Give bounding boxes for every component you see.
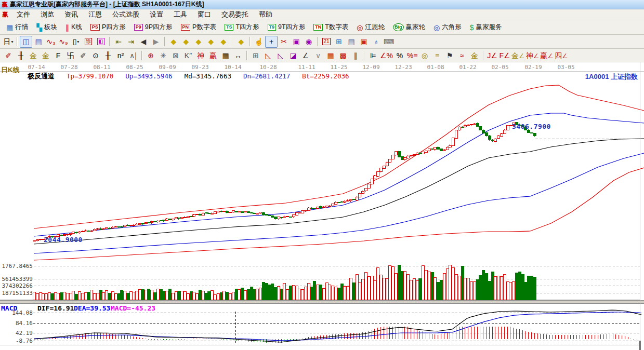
width-measure-tool[interactable]: ↔ [232, 49, 244, 61]
cycle-ruler-tool[interactable]: 卐 [64, 49, 77, 61]
9t-square-button[interactable]: T99T四方形 [264, 21, 310, 33]
prev-period-button[interactable]: ◀ [137, 36, 150, 48]
gold-circle-tool[interactable]: ◎ [418, 49, 431, 61]
gann-knot-button[interactable]: ◉ [303, 36, 315, 48]
flag-pen-tool[interactable]: ⚑ [443, 49, 456, 61]
t-number-table-button[interactable]: TNT数字表 [309, 21, 352, 33]
winner-wheel-button[interactable]: Big赢家轮 [389, 21, 429, 33]
fan-lines-red-tool[interactable]: ◺ [262, 49, 274, 61]
9p-square-button[interactable]: P99P四方形 [130, 21, 177, 33]
winner-service-button[interactable]: $赢家服务 [466, 21, 506, 33]
star-web-tool[interactable]: ✳ [157, 49, 169, 61]
compass-circle-tool[interactable]: ⊕ [144, 49, 157, 61]
menu-help[interactable]: 帮助 [254, 9, 278, 20]
gold-angle-tool[interactable]: 金∠ [511, 49, 525, 61]
price-scale-tool[interactable]: ⊫ [367, 49, 379, 61]
menu-browse[interactable]: 浏览 [35, 9, 59, 20]
menu-formula-stock-picking[interactable]: 公式选股 [107, 9, 144, 20]
next-period-button[interactable]: ▶ [150, 36, 162, 48]
remote-pc-button[interactable]: ⌨ [383, 36, 395, 48]
bar-ruler-tool[interactable]: ╫ [102, 49, 114, 61]
menu-window[interactable]: 窗口 [192, 9, 216, 20]
pane-splitter[interactable] [0, 300, 644, 304]
circle-ruler-tool[interactable]: ⊙ [89, 49, 102, 61]
draw-knife-tool[interactable]: ✐ [2, 49, 15, 61]
knife-2-tool[interactable]: ✐ [77, 49, 89, 61]
zoom-out-button[interactable]: ◆ [217, 36, 230, 48]
zoom-left-button[interactable]: ◆ [167, 36, 180, 48]
last-page-button[interactable]: ⇥ [125, 36, 137, 48]
menu-file[interactable]: 文件 [11, 9, 35, 20]
ex-rights-button[interactable]: 除 [82, 36, 95, 48]
angle-lines-tool[interactable]: ∠ [299, 49, 312, 61]
wave-channel-tool[interactable]: ≈ [456, 49, 468, 61]
gold-ratio-ruler-2[interactable]: 金 [40, 49, 52, 61]
first-page-button[interactable]: ⇤ [112, 36, 125, 48]
save-button[interactable]: ▣ [358, 36, 370, 48]
n2-ruler-tool[interactable]: n² [114, 49, 127, 61]
menu-settings[interactable]: 设置 [144, 9, 168, 20]
volume-profile-button[interactable]: ◧ [95, 36, 107, 48]
period-selector[interactable]: 日▾ [2, 36, 15, 48]
f-angle-tool[interactable]: F∠ [498, 49, 511, 61]
crosshair-button[interactable]: + [265, 36, 278, 48]
notes-button[interactable]: ▤ [345, 36, 358, 48]
indicator-name[interactable]: 极反通道 [28, 72, 55, 80]
time-ruler-tool[interactable]: ╫ [15, 49, 27, 61]
delete-drawing-button[interactable]: ✂ [278, 36, 290, 48]
grid-red-tool[interactable]: ▦ [324, 49, 337, 61]
gann-box-button[interactable]: ▣ [290, 36, 303, 48]
grid-chart-tool[interactable]: ▩ [337, 49, 349, 61]
angle-mirror-tool[interactable]: ∧| [127, 49, 139, 61]
gold-levels-tool[interactable]: ≡ [431, 49, 443, 61]
k-convert-tool[interactable]: K″ [182, 49, 194, 61]
p-square-button[interactable]: PSP四方形 [86, 21, 130, 33]
menu-gann[interactable]: 江恩 [83, 9, 107, 20]
f-ruler-tool[interactable]: F [52, 49, 64, 61]
hexagon-button[interactable]: ◎六角形 [429, 21, 466, 33]
j-angle-tool[interactable]: J∠ [486, 49, 498, 61]
parallel-lines-tool[interactable]: ∥ [349, 49, 362, 61]
menu-tools[interactable]: 工具 [168, 9, 192, 20]
gann-percent-tool[interactable]: ∠% [379, 49, 393, 61]
shen-angle-tool[interactable]: 神∠ [525, 49, 540, 61]
calculator-button[interactable]: ⊞ [333, 36, 345, 48]
time-ruler-tool-icon: ╫ [18, 52, 23, 59]
drag-hand-button[interactable]: ☝ [253, 36, 265, 48]
quote-sheet-button[interactable]: ▤ [32, 36, 45, 48]
kline-button[interactable]: ∥K线 [61, 21, 86, 33]
share-network-button[interactable]: ♁ [370, 36, 383, 48]
ying-tool[interactable]: 赢 [207, 49, 219, 61]
gold-ratio-ruler-1[interactable]: 金 [27, 49, 40, 61]
candle-style-selector[interactable]: ▯▾ [70, 36, 82, 48]
gold-line-tool[interactable]: 金 [468, 49, 481, 61]
zoom-right-button[interactable]: ◆ [180, 36, 192, 48]
wave-3-button[interactable]: ∿₃ [45, 36, 57, 48]
zigzag-tool[interactable]: ∨ [312, 49, 324, 61]
menu-trade-order[interactable]: 交易委托 [216, 9, 254, 20]
wave-9-button[interactable]: ∿₉ [57, 36, 70, 48]
percent-levels-tool[interactable]: %≡ [406, 49, 418, 61]
sectors-button[interactable]: ▚板块 [32, 21, 61, 33]
square-web-tool[interactable]: ⊠ [169, 49, 182, 61]
menu-news[interactable]: 资讯 [59, 9, 83, 20]
zoom-in-button[interactable]: ◆ [205, 36, 217, 48]
count-grid-tool[interactable]: ▦ [219, 49, 232, 61]
rect-box-tool[interactable]: ⊞ [249, 49, 262, 61]
scrollbar-thumb[interactable] [639, 341, 641, 350]
p-number-table-button[interactable]: PNP数字表 [177, 21, 220, 33]
macd-hist-value: MACD=-45.23 [111, 304, 155, 312]
gann-wheel-button[interactable]: ◎江恩轮 [352, 21, 389, 33]
main-chart-toggle[interactable]: ◫ [20, 36, 32, 48]
percent-tool[interactable]: % [393, 49, 406, 61]
ying-angle-tool[interactable]: 赢∠ [540, 49, 554, 61]
calendar-button[interactable]: 21 [320, 36, 333, 48]
zoom-reset-button[interactable]: ◆ [235, 36, 247, 48]
zoom-horizontal-button[interactable]: ◆ [192, 36, 205, 48]
market-quotes-button[interactable]: ▦行情 [2, 21, 32, 33]
shen-tool[interactable]: 神 [194, 49, 207, 61]
fan-lines-purple-tool[interactable]: ◺ [274, 49, 287, 61]
t-square-button[interactable]: TST四方形 [220, 21, 264, 33]
fan-box-tool[interactable]: ◪ [287, 49, 299, 61]
si-angle-tool[interactable]: 四∠ [554, 49, 569, 61]
